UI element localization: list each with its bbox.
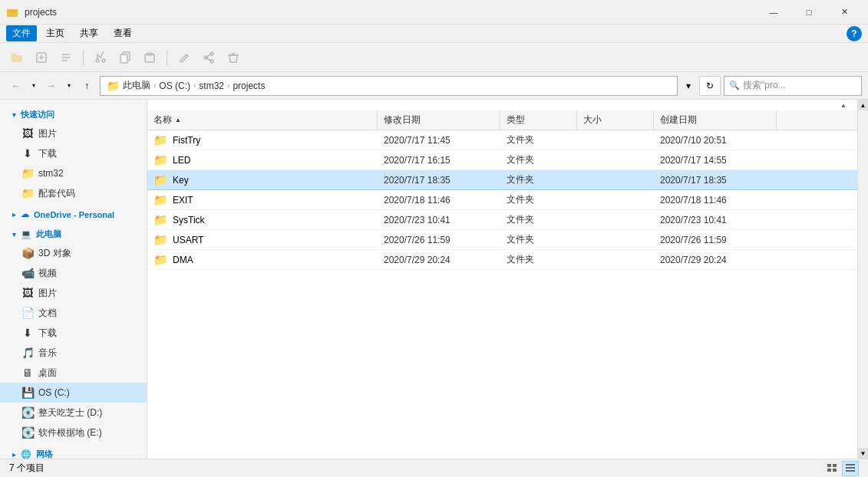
sidebar-item-code[interactable]: 📁 配套代码 📌 [0,183,147,203]
app-icon [6,6,18,18]
help-icon[interactable]: ? [847,26,862,41]
forward-dropdown[interactable]: ▾ [63,76,75,96]
toolbar-new-folder[interactable] [6,47,28,68]
sidebar-item-e-drive[interactable]: 💽 软件根据地 (E:) [0,423,147,442]
crumb-stm32[interactable]: stm32 [199,81,224,91]
svg-rect-20 [846,470,855,472]
quick-access-section[interactable]: ▾ 快速访问 [0,103,147,123]
sidebar-item-music[interactable]: 🎵 音乐 [0,343,147,363]
table-row[interactable]: 📁 USART 2020/7/26 11:59 文件夹 2020/7/26 11… [147,230,857,250]
sidebar-item-d-drive[interactable]: 💽 整天吃芝士 (D:) [0,403,147,423]
folder-icon-5: 📁 [153,233,168,247]
crumb-pc[interactable]: 此电脑 [123,79,150,92]
3d-icon: 📦 [21,247,34,259]
file-list-header: 名称 ▲ 修改日期 类型 大小 创建日期 [147,110,857,130]
scrollbar[interactable]: ▲ ▼ [857,100,868,459]
sidebar-item-pictures-quick[interactable]: 🖼 图片 📌 [0,123,147,143]
file-modified-cell: 2020/7/23 10:41 [378,210,500,229]
toolbar-delete[interactable] [223,47,244,68]
toolbar-share[interactable] [198,47,219,68]
file-size-cell [577,250,654,269]
this-pc-arrow: ▾ [12,231,16,238]
title-bar: projects — □ ✕ [0,0,868,25]
maximize-button[interactable]: □ [791,0,827,25]
col-size-label: 大小 [583,113,602,127]
menu-item-view[interactable]: 查看 [107,25,138,41]
video-icon: 📹 [21,267,34,279]
this-pc-label: 此电脑 [36,229,61,240]
back-button[interactable]: ← [6,76,26,96]
refresh-button[interactable]: ↻ [699,76,721,96]
table-row[interactable]: 📁 FistTry 2020/7/17 11:45 文件夹 2020/7/10 … [147,130,857,150]
toolbar-copy[interactable] [114,47,136,68]
quick-access-arrow: ▾ [12,111,16,119]
toolbar [0,43,868,72]
svg-point-6 [102,59,105,62]
sidebar-item-documents[interactable]: 📄 文档 [0,303,147,323]
table-row[interactable]: 📁 LED 2020/7/17 16:15 文件夹 2020/7/17 14:5… [147,150,857,170]
table-row[interactable]: 📁 SysTick 2020/7/23 10:41 文件夹 2020/7/23 … [147,210,857,230]
svg-rect-15 [833,464,837,467]
sidebar-item-desktop[interactable]: 🖥 桌面 [0,363,147,383]
onedrive-section[interactable]: ▸ ☁ OneDrive - Personal [0,203,147,222]
toolbar-btn-1[interactable] [31,47,52,68]
toolbar-cut[interactable] [90,47,111,68]
menu-item-file[interactable]: 文件 [6,25,37,41]
sidebar-item-stm32[interactable]: 📁 stm32 📌 [0,163,147,183]
col-header-size[interactable]: 大小 [577,110,654,130]
this-pc-section[interactable]: ▾ 💻 此电脑 [0,222,147,243]
sidebar-item-c-drive[interactable]: 💾 OS (C:) [0,383,147,403]
crumb-c[interactable]: OS (C:) [159,81,190,91]
minimize-button[interactable]: — [756,0,791,25]
col-header-type[interactable]: 类型 [500,110,577,130]
file-area: ▲ 名称 ▲ 修改日期 类型 大小 创建日期 📁 FistTry [147,100,857,459]
menu-item-share[interactable]: 共享 [74,25,104,41]
sidebar-item-music-label: 音乐 [38,347,57,360]
col-header-created[interactable]: 创建日期 [654,110,777,130]
crumb-projects[interactable]: projects [233,81,265,91]
sidebar-item-pictures-pc[interactable]: 🖼 图片 [0,283,147,303]
sidebar-item-3d[interactable]: 📦 3D 对象 [0,243,147,263]
sort-arrow: ▲ [175,117,181,123]
table-row[interactable]: 📁 DMA 2020/7/29 20:24 文件夹 2020/7/29 20:2… [147,250,857,270]
toolbar-btn-2[interactable] [55,47,77,68]
sidebar-item-downloads-quick[interactable]: ⬇ 下载 📌 [0,143,147,163]
file-type-cell: 文件夹 [500,170,577,189]
documents-icon: 📄 [21,307,34,319]
up-button[interactable]: ↑ [77,76,97,96]
forward-button[interactable]: → [41,76,61,96]
scroll-track[interactable] [858,110,869,448]
folder-icon-6: 📁 [153,253,168,267]
music-icon: 🎵 [21,347,34,359]
sidebar-item-video[interactable]: 📹 视频 [0,263,147,283]
scroll-up-btn[interactable]: ▲ [858,100,869,110]
file-created-cell: 2020/7/29 20:24 [654,250,777,269]
toolbar-rename[interactable] [173,47,195,68]
network-label: 网络 [36,449,53,459]
file-size-cell [577,170,654,189]
svg-rect-8 [120,54,127,63]
menu-item-home[interactable]: 主页 [40,25,71,41]
toolbar-paste[interactable] [139,47,160,68]
back-dropdown[interactable]: ▾ [28,76,40,96]
network-section[interactable]: ▸ 🌐 网络 [0,442,147,459]
sidebar-item-video-label: 视频 [38,267,57,280]
scroll-down-btn[interactable]: ▼ [858,448,869,459]
folder-icon-4: 📁 [153,213,168,227]
file-name-cell: 📁 Key [147,170,378,189]
sidebar-item-c-label: OS (C:) [38,387,70,398]
sidebar-item-downloads-pc[interactable]: ⬇ 下载 [0,323,147,343]
table-row[interactable]: 📁 Key 2020/7/17 18:35 文件夹 2020/7/17 18:3… [147,170,857,190]
toolbar-divider-2 [167,50,167,65]
table-row[interactable]: 📁 EXIT 2020/7/18 11:46 文件夹 2020/7/18 11:… [147,190,857,210]
close-button[interactable]: ✕ [827,0,862,25]
col-header-name[interactable]: 名称 ▲ [147,110,378,130]
col-header-modified[interactable]: 修改日期 [378,110,500,130]
list-view-btn[interactable] [823,461,840,476]
address-path[interactable]: 📁 此电脑 › OS (C:) › stm32 › projects [100,76,678,96]
col-modified-label: 修改日期 [384,113,421,127]
search-box[interactable]: 🔍 搜索"pro... [724,76,862,96]
detail-view-btn[interactable] [842,461,859,476]
dropdown-path-btn[interactable]: ▾ [681,76,696,96]
code-icon: 📁 [21,187,34,199]
